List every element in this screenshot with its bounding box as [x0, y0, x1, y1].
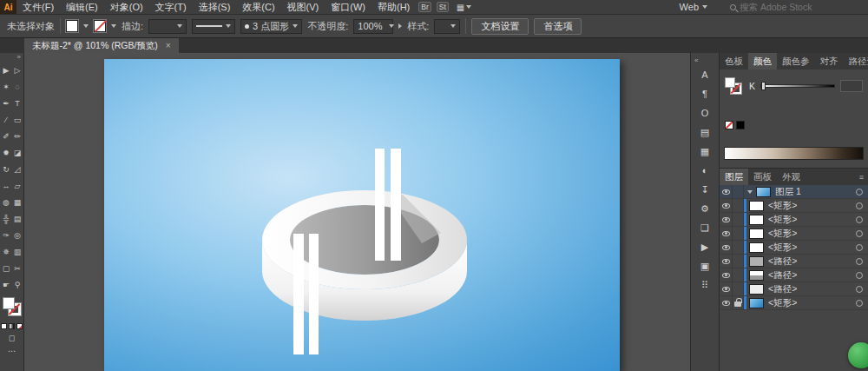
rotate-tool-icon[interactable]: ↻: [1, 161, 12, 177]
symbol-sprayer-tool-icon[interactable]: ✵: [1, 243, 12, 260]
gradient-tool-icon[interactable]: ▤: [12, 210, 23, 227]
target-circle-icon[interactable]: [856, 244, 863, 251]
lock-toggle[interactable]: [733, 227, 744, 240]
stock-search[interactable]: [730, 2, 861, 12]
color-fill-stroke[interactable]: [725, 77, 744, 95]
k-slider[interactable]: [760, 84, 835, 88]
lines-panel-icon[interactable]: ▤: [700, 123, 709, 142]
menu-item[interactable]: 帮助(H): [372, 0, 416, 14]
canvas-area[interactable]: [24, 53, 690, 371]
fill-caret-icon[interactable]: [83, 24, 89, 28]
gradient-mode-button[interactable]: [9, 323, 15, 329]
mesh-tool-icon[interactable]: ╬: [1, 210, 12, 227]
layer-row[interactable]: <矩形>: [720, 199, 868, 213]
visibility-toggle[interactable]: [720, 296, 733, 309]
hand-tool-icon[interactable]: ☛: [1, 276, 12, 293]
target-circle-icon[interactable]: [856, 272, 863, 279]
search-input[interactable]: [740, 2, 861, 12]
layer-thumbnail[interactable]: [749, 215, 764, 225]
target-circle-icon[interactable]: [856, 300, 863, 307]
column-graph-tool-icon[interactable]: ▥: [12, 243, 23, 260]
export-tray-icon[interactable]: ↧: [700, 180, 709, 199]
visibility-toggle[interactable]: [720, 185, 733, 198]
stroke-weight-dropdown[interactable]: [148, 19, 187, 34]
zoom-tool-icon[interactable]: ⚲: [12, 276, 23, 293]
eyedropper-tool-icon[interactable]: ✑: [1, 227, 12, 243]
layer-row[interactable]: <路径>: [720, 268, 868, 282]
tab-color-guide[interactable]: 颜色参: [777, 53, 815, 70]
tab-layers[interactable]: 图层: [720, 169, 748, 185]
selection-tool-icon[interactable]: ▶: [1, 62, 12, 78]
slice-tool-icon[interactable]: ✂: [12, 260, 23, 276]
artboards-panel-icon[interactable]: ▣: [700, 256, 709, 275]
lock-toggle[interactable]: [733, 255, 744, 268]
perspective-grid-tool-icon[interactable]: ▦: [12, 194, 23, 210]
lock-toggle[interactable]: [733, 213, 744, 226]
artboard[interactable]: [104, 59, 620, 371]
tab-align[interactable]: 对齐: [815, 53, 844, 70]
bridge-button[interactable]: Br: [418, 2, 431, 12]
menu-item[interactable]: 选择(S): [193, 0, 237, 14]
actions-play-icon[interactable]: ▶: [700, 237, 709, 256]
pencil-tool-icon[interactable]: ✏: [12, 128, 23, 144]
layer-thumbnail[interactable]: [749, 284, 764, 295]
eraser-tool-icon[interactable]: ◪: [12, 144, 23, 161]
transparency-panel-icon[interactable]: ◐: [700, 161, 709, 180]
expand-panels-icon[interactable]: «: [691, 56, 698, 65]
tab-color[interactable]: 颜色: [748, 53, 777, 70]
target-circle-icon[interactable]: [856, 258, 863, 265]
lock-toggle[interactable]: [733, 241, 744, 254]
artboard-tool-icon[interactable]: ▢: [1, 260, 12, 276]
none-color-swatch[interactable]: [725, 121, 733, 129]
color-fill-swatch[interactable]: [725, 77, 735, 88]
layer-thumbnail[interactable]: [749, 201, 764, 211]
lock-toggle[interactable]: [733, 268, 744, 282]
visibility-toggle[interactable]: [720, 227, 733, 240]
lock-toggle[interactable]: [733, 185, 744, 198]
target-circle-icon[interactable]: [856, 202, 863, 209]
width-tool-icon[interactable]: ↔: [1, 177, 12, 194]
width-profile-dropdown[interactable]: [192, 19, 235, 34]
type-tool-icon[interactable]: T: [12, 95, 23, 111]
opentype-panel-icon[interactable]: O: [700, 103, 709, 123]
layer-row[interactable]: <路径>: [720, 255, 868, 268]
layer-thumbnail[interactable]: [749, 298, 764, 308]
menu-item[interactable]: 视图(V): [281, 0, 326, 14]
artboard-canvas[interactable]: [104, 59, 620, 371]
visibility-toggle[interactable]: [720, 241, 733, 254]
none-mode-button[interactable]: [16, 323, 23, 329]
layer-thumbnail[interactable]: [749, 229, 764, 239]
fill-stroke-indicator[interactable]: [2, 297, 23, 319]
layer-row[interactable]: <矩形>: [720, 241, 868, 255]
layer-row[interactable]: <矩形>: [720, 227, 868, 241]
character-panel-icon[interactable]: A: [700, 65, 709, 84]
visibility-toggle[interactable]: [720, 255, 733, 268]
menu-item[interactable]: 窗口(W): [325, 0, 372, 14]
style-dropdown[interactable]: [434, 19, 460, 34]
libraries-panel-icon[interactable]: ❏: [700, 218, 709, 237]
collapse-tools-icon[interactable]: »: [17, 53, 23, 62]
lock-toggle[interactable]: [733, 199, 744, 212]
menu-item[interactable]: 文件(F): [16, 0, 60, 14]
layer-row[interactable]: <路径>: [720, 282, 868, 296]
tab-appearance[interactable]: 外观: [777, 169, 806, 185]
lock-toggle[interactable]: [733, 282, 744, 295]
fill-color-swatch[interactable]: [66, 20, 78, 32]
arrange-documents-icon[interactable]: ▦: [457, 3, 471, 12]
layer-thumbnail[interactable]: [749, 256, 764, 267]
k-value-field[interactable]: [840, 80, 863, 92]
opacity-dropdown[interactable]: 100%: [353, 19, 393, 34]
brush-dropdown[interactable]: 3 点圆形: [240, 19, 302, 34]
target-circle-icon[interactable]: [856, 189, 863, 195]
stock-button[interactable]: St: [437, 2, 449, 12]
target-circle-icon[interactable]: [856, 216, 863, 223]
document-tab[interactable]: 未标题-2* @ 101% (RGB/预览) ×: [24, 38, 179, 53]
tab-swatches[interactable]: 色板: [720, 53, 748, 70]
grid-panel-icon[interactable]: ▦: [700, 142, 709, 161]
tab-artboards[interactable]: 画板: [748, 169, 777, 185]
layer-thumbnail[interactable]: [749, 270, 764, 281]
floating-assistant-button[interactable]: [848, 342, 868, 368]
blend-tool-icon[interactable]: ◎: [12, 227, 23, 243]
color-mode-button[interactable]: [1, 323, 7, 329]
screen-mode-button[interactable]: ◻: [9, 334, 15, 342]
